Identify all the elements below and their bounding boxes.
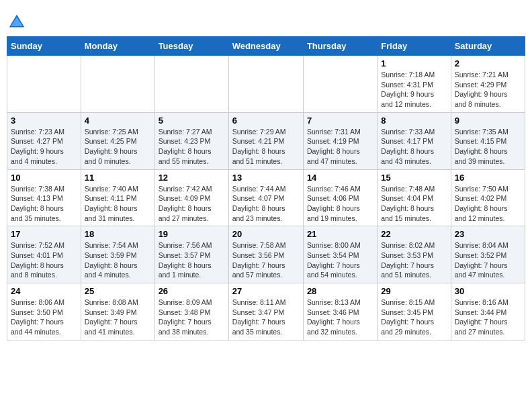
day-info: Sunrise: 8:11 AMSunset: 3:47 PMDaylight:… <box>232 298 300 337</box>
calendar-cell: 28Sunrise: 8:13 AMSunset: 3:46 PMDayligh… <box>303 283 377 340</box>
day-number: 4 <box>85 116 151 126</box>
calendar-cell: 4Sunrise: 7:25 AMSunset: 4:25 PMDaylight… <box>81 112 154 169</box>
day-number: 12 <box>159 173 225 183</box>
day-number: 6 <box>232 116 300 126</box>
day-info: Sunrise: 7:38 AMSunset: 4:13 PMDaylight:… <box>11 184 77 224</box>
day-number: 30 <box>455 286 521 296</box>
calendar-cell: 29Sunrise: 8:15 AMSunset: 3:45 PMDayligh… <box>378 283 451 340</box>
calendar-cell: 16Sunrise: 7:50 AMSunset: 4:02 PMDayligh… <box>451 169 525 226</box>
calendar-cell: 10Sunrise: 7:38 AMSunset: 4:13 PMDayligh… <box>7 169 81 226</box>
calendar-cell: 18Sunrise: 7:54 AMSunset: 3:59 PMDayligh… <box>81 226 154 283</box>
day-info: Sunrise: 8:13 AMSunset: 3:46 PMDaylight:… <box>307 298 373 337</box>
calendar-cell: 30Sunrise: 8:16 AMSunset: 3:44 PMDayligh… <box>451 283 525 340</box>
day-info: Sunrise: 7:18 AMSunset: 4:31 PMDaylight:… <box>381 70 447 109</box>
logo <box>7 12 28 32</box>
calendar-cell: 27Sunrise: 8:11 AMSunset: 3:47 PMDayligh… <box>228 283 303 340</box>
calendar-cell: 23Sunrise: 8:04 AMSunset: 3:52 PMDayligh… <box>451 226 525 283</box>
day-info: Sunrise: 7:21 AMSunset: 4:29 PMDaylight:… <box>455 70 521 109</box>
calendar-week-3: 10Sunrise: 7:38 AMSunset: 4:13 PMDayligh… <box>7 169 525 226</box>
day-number: 7 <box>307 116 373 126</box>
day-number: 28 <box>307 286 373 296</box>
day-number: 5 <box>159 116 225 126</box>
day-info: Sunrise: 7:25 AMSunset: 4:25 PMDaylight:… <box>85 127 151 167</box>
day-info: Sunrise: 8:04 AMSunset: 3:52 PMDaylight:… <box>455 240 521 280</box>
day-number: 13 <box>232 173 300 183</box>
day-number: 22 <box>381 229 447 239</box>
weekday-header-monday: Monday <box>81 37 154 56</box>
day-number: 19 <box>159 229 225 239</box>
calendar-cell <box>154 56 228 113</box>
day-info: Sunrise: 8:09 AMSunset: 3:48 PMDaylight:… <box>159 298 225 337</box>
day-info: Sunrise: 7:58 AMSunset: 3:56 PMDaylight:… <box>232 240 300 280</box>
day-number: 2 <box>455 58 521 68</box>
weekday-header-saturday: Saturday <box>451 37 525 56</box>
weekday-header-tuesday: Tuesday <box>154 37 228 56</box>
day-number: 20 <box>232 229 300 239</box>
day-number: 26 <box>159 286 225 296</box>
calendar-cell: 17Sunrise: 7:52 AMSunset: 4:01 PMDayligh… <box>7 226 81 283</box>
day-info: Sunrise: 7:31 AMSunset: 4:19 PMDaylight:… <box>307 127 373 167</box>
calendar-cell: 22Sunrise: 8:02 AMSunset: 3:53 PMDayligh… <box>378 226 451 283</box>
day-number: 11 <box>85 173 151 183</box>
calendar-cell <box>7 56 81 113</box>
day-info: Sunrise: 7:33 AMSunset: 4:17 PMDaylight:… <box>381 127 447 167</box>
calendar-cell: 6Sunrise: 7:29 AMSunset: 4:21 PMDaylight… <box>228 112 303 169</box>
calendar-cell: 13Sunrise: 7:44 AMSunset: 4:07 PMDayligh… <box>228 169 303 226</box>
header <box>7 7 525 32</box>
weekday-header-wednesday: Wednesday <box>228 37 303 56</box>
weekday-header-sunday: Sunday <box>7 37 81 56</box>
day-info: Sunrise: 8:02 AMSunset: 3:53 PMDaylight:… <box>381 240 447 280</box>
day-number: 17 <box>11 229 77 239</box>
day-info: Sunrise: 7:44 AMSunset: 4:07 PMDaylight:… <box>232 184 300 224</box>
day-number: 14 <box>307 173 373 183</box>
weekday-header-friday: Friday <box>378 37 451 56</box>
weekday-header-row: SundayMondayTuesdayWednesdayThursdayFrid… <box>7 37 525 56</box>
calendar-cell: 7Sunrise: 7:31 AMSunset: 4:19 PMDaylight… <box>303 112 377 169</box>
calendar-cell: 15Sunrise: 7:48 AMSunset: 4:04 PMDayligh… <box>378 169 451 226</box>
day-info: Sunrise: 7:46 AMSunset: 4:06 PMDaylight:… <box>307 184 373 224</box>
calendar-cell: 19Sunrise: 7:56 AMSunset: 3:57 PMDayligh… <box>154 226 228 283</box>
calendar-cell: 5Sunrise: 7:27 AMSunset: 4:23 PMDaylight… <box>154 112 228 169</box>
day-info: Sunrise: 7:50 AMSunset: 4:02 PMDaylight:… <box>455 184 521 224</box>
calendar-cell: 25Sunrise: 8:08 AMSunset: 3:49 PMDayligh… <box>81 283 154 340</box>
day-number: 16 <box>455 173 521 183</box>
day-number: 25 <box>85 286 151 296</box>
day-info: Sunrise: 7:42 AMSunset: 4:09 PMDaylight:… <box>159 184 225 224</box>
day-number: 18 <box>85 229 151 239</box>
calendar-cell: 24Sunrise: 8:06 AMSunset: 3:50 PMDayligh… <box>7 283 81 340</box>
calendar-table: SundayMondayTuesdayWednesdayThursdayFrid… <box>7 36 525 340</box>
calendar-cell: 21Sunrise: 8:00 AMSunset: 3:54 PMDayligh… <box>303 226 377 283</box>
calendar-cell <box>81 56 154 113</box>
day-info: Sunrise: 7:23 AMSunset: 4:27 PMDaylight:… <box>11 127 77 167</box>
day-info: Sunrise: 7:54 AMSunset: 3:59 PMDaylight:… <box>85 240 151 280</box>
calendar-header: SundayMondayTuesdayWednesdayThursdayFrid… <box>7 37 525 56</box>
day-number: 1 <box>381 58 447 68</box>
calendar-cell: 9Sunrise: 7:35 AMSunset: 4:15 PMDaylight… <box>451 112 525 169</box>
day-info: Sunrise: 7:40 AMSunset: 4:11 PMDaylight:… <box>85 184 151 224</box>
calendar-cell: 26Sunrise: 8:09 AMSunset: 3:48 PMDayligh… <box>154 283 228 340</box>
day-number: 27 <box>232 286 300 296</box>
day-info: Sunrise: 7:48 AMSunset: 4:04 PMDaylight:… <box>381 184 447 224</box>
day-info: Sunrise: 8:15 AMSunset: 3:45 PMDaylight:… <box>381 298 447 337</box>
logo-icon <box>7 12 27 32</box>
day-info: Sunrise: 7:29 AMSunset: 4:21 PMDaylight:… <box>232 127 300 167</box>
day-info: Sunrise: 7:27 AMSunset: 4:23 PMDaylight:… <box>159 127 225 167</box>
day-number: 23 <box>455 229 521 239</box>
day-number: 10 <box>11 173 77 183</box>
day-number: 15 <box>381 173 447 183</box>
day-info: Sunrise: 7:35 AMSunset: 4:15 PMDaylight:… <box>455 127 521 167</box>
day-info: Sunrise: 8:00 AMSunset: 3:54 PMDaylight:… <box>307 240 373 280</box>
day-number: 9 <box>455 116 521 126</box>
calendar-cell: 1Sunrise: 7:18 AMSunset: 4:31 PMDaylight… <box>378 56 451 113</box>
day-info: Sunrise: 8:06 AMSunset: 3:50 PMDaylight:… <box>11 298 77 337</box>
day-info: Sunrise: 8:08 AMSunset: 3:49 PMDaylight:… <box>85 298 151 337</box>
calendar-cell: 14Sunrise: 7:46 AMSunset: 4:06 PMDayligh… <box>303 169 377 226</box>
calendar-week-4: 17Sunrise: 7:52 AMSunset: 4:01 PMDayligh… <box>7 226 525 283</box>
day-number: 29 <box>381 286 447 296</box>
calendar-body: 1Sunrise: 7:18 AMSunset: 4:31 PMDaylight… <box>7 56 525 340</box>
weekday-header-thursday: Thursday <box>303 37 377 56</box>
day-number: 21 <box>307 229 373 239</box>
calendar-cell: 12Sunrise: 7:42 AMSunset: 4:09 PMDayligh… <box>154 169 228 226</box>
calendar-cell <box>228 56 303 113</box>
calendar-week-1: 1Sunrise: 7:18 AMSunset: 4:31 PMDaylight… <box>7 56 525 113</box>
